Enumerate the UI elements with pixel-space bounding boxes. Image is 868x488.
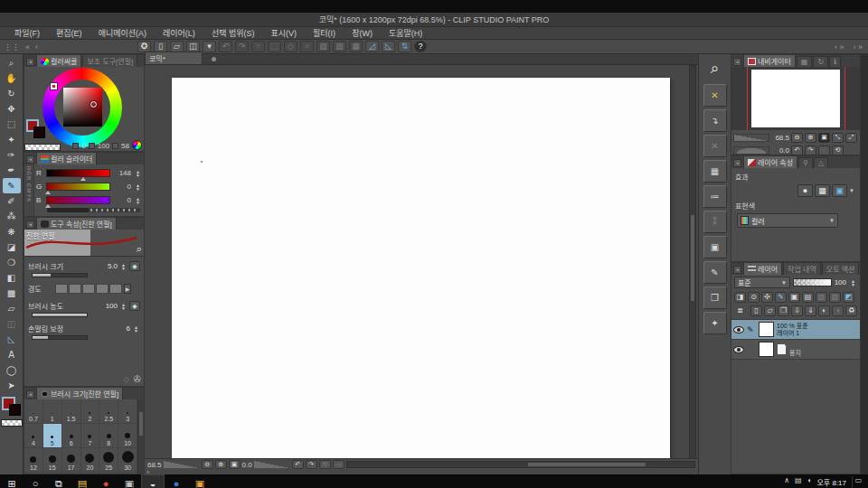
tab-history[interactable]: 작업 내역	[783, 263, 821, 275]
nav-reset-button[interactable]: ◌	[818, 145, 830, 155]
visibility-eye-icon[interactable]	[733, 346, 744, 353]
tool-button[interactable]: ◯	[3, 362, 21, 378]
layer-search-tab[interactable]: ⚲	[798, 157, 813, 168]
brush-size-cell[interactable]: 10	[118, 424, 137, 448]
command-button[interactable]: ▾	[203, 41, 216, 52]
channel-slider-marker[interactable]	[80, 177, 86, 181]
tool-button[interactable]: ✎	[3, 178, 21, 193]
taskbar-app-button[interactable]: ▣	[118, 474, 141, 488]
channel-slider-marker[interactable]	[45, 191, 51, 194]
brush-size-slider[interactable]	[32, 273, 88, 277]
color-model-tab[interactable]: RGB	[26, 166, 32, 181]
brush-size-cell[interactable]	[24, 473, 43, 474]
background-color-swatch[interactable]	[9, 404, 21, 416]
brush-size-cell[interactable]: 2	[81, 399, 100, 424]
quick-access-button[interactable]: ✕	[703, 84, 727, 107]
opacity-stepper[interactable]: ▲▼	[849, 279, 857, 286]
hue-ring[interactable]	[42, 68, 122, 147]
tool-button[interactable]: ◫	[3, 316, 21, 332]
command-button[interactable]: ▨	[316, 41, 330, 52]
layer-extra-tab[interactable]: △	[814, 157, 828, 168]
tool-button[interactable]: ◪	[3, 239, 21, 255]
taskbar-clock[interactable]: 오후 8:17	[816, 476, 846, 487]
dock-collapse-left-icon[interactable]: «	[25, 42, 30, 52]
effect-more-arrow[interactable]: ▼	[849, 188, 854, 193]
channel-stepper[interactable]: ▲▼	[134, 170, 142, 177]
tool-button[interactable]: ▱	[3, 301, 21, 316]
action-center-button[interactable]: ▭	[852, 476, 864, 488]
tone-effect-button[interactable]: ▦	[815, 184, 830, 197]
taskbar-app-button[interactable]: ●	[94, 474, 118, 488]
navigator-rotation-slider[interactable]	[733, 146, 769, 155]
layer-action-button[interactable]: ▱	[764, 305, 776, 316]
quick-access-button[interactable]: ✕	[703, 135, 727, 157]
blend-mode-dropdown[interactable]: 표준 ▼	[734, 277, 790, 288]
command-button[interactable]: ⌗	[300, 41, 314, 52]
wheel-mode-icon[interactable]	[132, 140, 142, 150]
nav-zoom-out-button[interactable]: ⊖	[791, 133, 803, 143]
taskbar-app-button[interactable]: ▤	[71, 474, 94, 488]
layer-command-button[interactable]: ✣	[761, 292, 773, 303]
layer-command-button[interactable]: ◨	[734, 292, 746, 303]
menu-item[interactable]: 레이어(L)	[156, 26, 203, 40]
panel-collapse-button[interactable]: ◂	[733, 266, 741, 274]
navigator-preview[interactable]	[731, 67, 860, 130]
brush-size-cell[interactable]: 5	[43, 424, 62, 448]
channel-stepper[interactable]: ▲▼	[134, 183, 142, 191]
quick-access-button[interactable]: ↴	[703, 109, 727, 132]
menu-item[interactable]: 창(W)	[344, 26, 380, 40]
tool-button[interactable]: ▩	[3, 286, 21, 301]
layer-name[interactable]: 용지	[789, 348, 801, 359]
nav-flip-vertical-button[interactable]: ⤢	[845, 133, 857, 143]
quick-access-button[interactable]: ≔	[703, 185, 727, 208]
density-dynamics-button[interactable]: ◈	[129, 301, 140, 311]
brush-size-cell[interactable]: 30	[118, 448, 137, 473]
hardness-option[interactable]	[55, 284, 68, 294]
tool-button[interactable]: ➤	[3, 378, 21, 393]
brush-size-cell[interactable]	[81, 473, 100, 474]
channel-slider[interactable]	[46, 196, 110, 204]
tray-icon[interactable]: ◖	[807, 476, 812, 484]
brush-size-cell[interactable]: 1.5	[62, 399, 81, 424]
menu-item[interactable]: 파일(F)	[7, 26, 47, 40]
expression-color-dropdown[interactable]: 컬러 ▼	[737, 213, 838, 228]
hue-marker[interactable]	[51, 83, 57, 89]
slider-panel-scrollbar[interactable]	[47, 208, 140, 212]
brush-size-cell[interactable]	[43, 473, 62, 474]
layer-command-button[interactable]: ✎	[775, 292, 787, 303]
layer-command-button[interactable]: ▧	[829, 292, 841, 303]
layer-row[interactable]: 용지	[731, 340, 860, 360]
canvas-viewport[interactable]	[145, 65, 691, 459]
saturation-toggle-button[interactable]	[89, 143, 95, 149]
layer-action-button[interactable]: ▯	[750, 305, 762, 316]
taskbar-app-button[interactable]: ○	[24, 474, 47, 488]
brush-size-cell[interactable]: 1	[43, 399, 62, 424]
brush-size-cell[interactable]	[99, 473, 118, 474]
layer-action-button[interactable]: ♻	[845, 305, 857, 316]
layer-command-button[interactable]: ▤	[802, 292, 814, 303]
tab-layer[interactable]: 레이어	[743, 263, 782, 275]
brush-size-cell[interactable]	[118, 473, 137, 474]
layer-row[interactable]: ✎ 100 % 표준 레이어 1	[731, 320, 860, 340]
tab-layer-property[interactable]: 레이어 속성	[743, 156, 797, 168]
tool-button[interactable]: ✐	[3, 193, 21, 209]
command-button[interactable]: ▧	[333, 41, 346, 52]
border-effect-button[interactable]: ●	[797, 184, 813, 197]
brush-size-cell[interactable]: 0.7	[24, 399, 43, 424]
tool-button[interactable]: ✒	[3, 163, 21, 178]
nav-rotate-right-button[interactable]: ↷	[805, 145, 816, 155]
brush-size-cell[interactable]: 7	[81, 424, 100, 448]
taskbar-app-button[interactable]: ⧉	[47, 474, 71, 488]
reset-settings-icon[interactable]: ◌	[124, 374, 129, 384]
command-button[interactable]: ▦	[349, 41, 363, 52]
tool-button[interactable]: ◧	[3, 270, 21, 286]
tab-color-wheel[interactable]: 컬러써클	[36, 55, 81, 67]
brush-size-cell[interactable]: 8	[99, 424, 118, 448]
tab-color-slider[interactable]: 컬러 슬라이더	[36, 153, 97, 164]
taskbar-app-button[interactable]: ▣	[188, 474, 212, 488]
brush-size-cell[interactable]: 3	[118, 399, 137, 424]
layer-action-button[interactable]: ⇓	[805, 305, 816, 316]
brush-size-cell[interactable]	[62, 473, 81, 474]
command-button[interactable]: ⁘	[251, 41, 265, 52]
brush-size-cell[interactable]: 25	[99, 448, 118, 473]
